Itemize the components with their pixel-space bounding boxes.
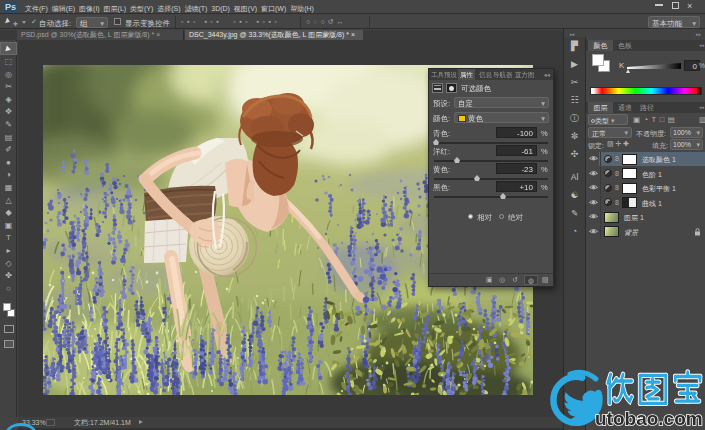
- svg-text:utobao.com: utobao.com: [595, 408, 703, 429]
